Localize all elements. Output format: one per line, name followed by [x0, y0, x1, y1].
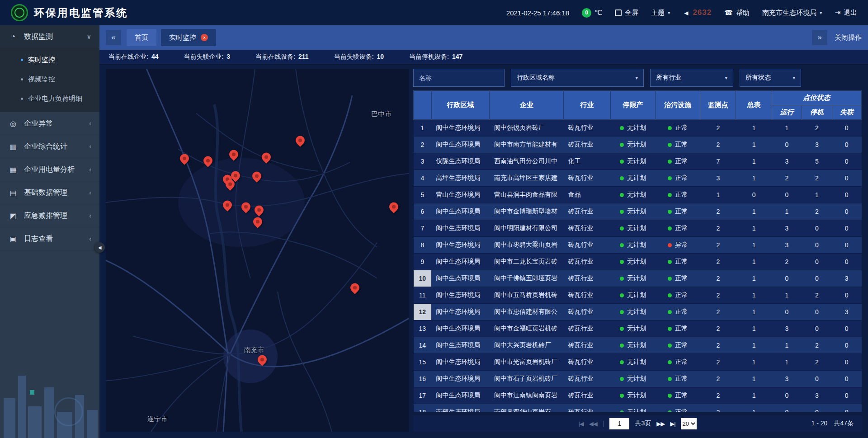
cell-lost: 0 [832, 371, 861, 387]
org-dropdown[interactable]: 南充市生态环境局 ▾ [762, 9, 822, 17]
bullet-icon [21, 98, 23, 100]
map-pin-icon[interactable] [295, 135, 305, 148]
cell-run: 2 [772, 254, 802, 270]
help-button[interactable]: ☎ 帮助 [724, 9, 750, 17]
cell-lost: 0 [832, 387, 861, 404]
region-select[interactable]: 行政区域名称 ▾ [511, 69, 644, 87]
sidebar-group-数据监测[interactable]: ◔数据监测∨ [0, 25, 99, 48]
sidebar-group-日志查看[interactable]: ▣日志查看‹ [0, 227, 99, 250]
map-pin-icon[interactable] [253, 217, 263, 230]
first-page-button[interactable]: |◀ [578, 420, 583, 427]
sidebar-group-应急减排管理[interactable]: ◩应急减排管理‹ [0, 204, 99, 227]
close-operations-button[interactable]: 关闭操作 [835, 33, 862, 42]
cell-industry: 砖瓦行业 [563, 270, 610, 287]
table-row[interactable]: 17阆中生态环境局阆中市江南镇阆南页岩砖瓦行业无计划正常21030 [414, 387, 862, 404]
map-pin-icon[interactable] [225, 179, 235, 192]
table-row[interactable]: 4高坪生态环境局南充市高坪区王家店建砖瓦行业无计划正常31220 [414, 170, 862, 187]
map-pin-icon[interactable] [241, 201, 251, 215]
map-pin-icon[interactable] [350, 283, 360, 296]
cell-company: 阆中千佛镇五郎垭页岩 [490, 270, 564, 287]
table-row[interactable]: 13阆中生态环境局阆中市金福旺页岩机砖砖瓦行业无计划正常21300 [414, 320, 862, 337]
table-row[interactable]: 9阆中生态环境局阆中市二龙长宝页岩砖砖瓦行业无计划正常21200 [414, 254, 862, 270]
cell-limit: 无计划 [611, 387, 656, 404]
col-company: 企业 [490, 91, 564, 120]
cell-no: 6 [414, 203, 432, 220]
sidebar-item-企业电力负荷明细[interactable]: 企业电力负荷明细 [0, 89, 99, 108]
cell-region: 阆中生态环境局 [431, 270, 490, 287]
status-dot-green [668, 210, 672, 214]
page-size-select[interactable]: 20 [681, 418, 697, 429]
chevron-left-icon: ‹ [89, 166, 91, 173]
status-select[interactable]: 所有状态 ▾ [740, 69, 801, 87]
map-pin-icon[interactable] [261, 152, 271, 165]
table-row[interactable]: 6阆中生态环境局阆中市金博瑞新型墙材砖瓦行业无计划正常21120 [414, 203, 862, 220]
alert-widget[interactable]: ◄ 2632 [683, 8, 712, 17]
table-row[interactable]: 8阆中生态环境局阆中市枣碧大梁山页岩砖瓦行业无计划异常21300 [414, 237, 862, 254]
name-search-input[interactable] [413, 69, 505, 87]
tabs-scroll-left-button[interactable]: « [106, 30, 121, 45]
map-pin-icon[interactable] [179, 153, 189, 166]
stat-label: 当前在线设备: [255, 53, 295, 61]
table-row[interactable]: 15阆中生态环境局阆中市光富页岩机砖厂砖瓦行业无计划正常21120 [414, 354, 862, 371]
sidebar-group-企业用电量分析[interactable]: ▦企业用电量分析‹ [0, 158, 99, 181]
page-number-input[interactable] [609, 418, 629, 429]
cell-facility: 正常 [656, 254, 700, 270]
sidebar-item-实时监控[interactable]: 实时监控 [0, 50, 99, 70]
cell-region: 阆中生态环境局 [431, 137, 490, 153]
cell-limit: 无计划 [611, 337, 656, 354]
table-row[interactable]: 5营山生态环境局营山县润丰肉食品有限食品无计划正常10010 [414, 187, 862, 203]
logout-button[interactable]: ⇥ 退出 [835, 9, 857, 17]
sidebar-group-基础数据管理[interactable]: ▤基础数据管理‹ [0, 181, 99, 204]
tab-首页[interactable]: 首页 [127, 29, 156, 46]
status-dot-green [620, 193, 624, 197]
map-pin-icon[interactable] [389, 201, 399, 215]
industry-select-value: 所有行业 [656, 74, 681, 82]
cell-facility: 正常 [656, 120, 700, 137]
table-row[interactable]: 10阆中生态环境局阆中千佛镇五郎垭页岩砖瓦行业无计划正常21003 [414, 270, 862, 287]
cell-stop: 2 [802, 203, 832, 220]
cell-run: 1 [772, 337, 802, 354]
map-pin-icon[interactable] [222, 199, 232, 213]
fullscreen-button[interactable]: 全屏 [615, 9, 638, 17]
table-row[interactable]: 18南部生态环境局南部县双华山页岩有限公砖瓦行业无计划正常21000 [414, 404, 862, 412]
table-row[interactable]: 3仪陇生态环境局西南油气田分公司川中化工无计划正常71350 [414, 153, 862, 170]
map-pin-icon[interactable] [254, 204, 264, 218]
sidebar-collapse-button[interactable]: ◀ [94, 242, 105, 253]
cell-no: 3 [414, 153, 432, 170]
cell-company: 营山县润丰肉食品有限 [490, 187, 564, 203]
last-page-button[interactable]: ▶| [670, 420, 675, 427]
stat-label: 当前失联企业: [184, 53, 223, 61]
map-pin-icon[interactable] [257, 354, 267, 368]
table-row[interactable]: 1阆中生态环境局阆中强锐页岩砖厂砖瓦行业无计划正常21120 [414, 120, 862, 137]
cell-stop: 5 [802, 153, 832, 170]
enterprise-table: 行政区域 企业 行业 停限产 治污设施 监测点 总表 点位状态 [413, 90, 862, 412]
table-row[interactable]: 12阆中生态环境局阆中市忠信建材有限公砖瓦行业无计划正常21003 [414, 304, 862, 320]
map-panel[interactable]: 巴中市南充市遂宁市 [106, 69, 409, 432]
sidebar-group-企业异常[interactable]: ◎企业异常‹ [0, 112, 99, 135]
tab-close-icon[interactable]: × [201, 34, 208, 41]
map-pin-icon[interactable] [229, 149, 239, 163]
sidebar-item-视频监控[interactable]: 视频监控 [0, 70, 99, 89]
table-row[interactable]: 14阆中生态环境局阆中大兴页岩机砖厂砖瓦行业无计划正常21120 [414, 337, 862, 354]
theme-dropdown[interactable]: 主题 ▾ [651, 9, 670, 17]
app-root: 环保用电监管系统 2021-02-25 17:46:18 0 ℃ 全屏 主题 ▾… [0, 0, 868, 438]
next-page-button[interactable]: ▶▶ [656, 420, 665, 427]
industry-select[interactable]: 所有行业 ▾ [650, 69, 733, 87]
sidebar-nav: ◔数据监测∨实时监控视频监控企业电力负荷明细◎企业异常‹▥企业综合统计‹▦企业用… [0, 25, 99, 250]
table-row[interactable]: 11阆中生态环境局阆中市五马桥页岩机砖砖瓦行业无计划正常21120 [414, 287, 862, 304]
cell-lost: 0 [832, 187, 861, 203]
table-row[interactable]: 2阆中生态环境局阆中市南方节能建材有砖瓦行业无计划正常21030 [414, 137, 862, 153]
chevron-left-icon: ‹ [89, 143, 91, 150]
sidebar-group-企业综合统计[interactable]: ▥企业综合统计‹ [0, 135, 99, 158]
cell-company: 阆中强锐页岩砖厂 [490, 120, 564, 137]
table-row[interactable]: 7阆中生态环境局阆中明阳建材有限公司砖瓦行业无计划正常21300 [414, 220, 862, 237]
map-pin-icon[interactable] [252, 171, 262, 184]
tabs-scroll-right-button[interactable]: » [812, 30, 827, 45]
map-pin-icon[interactable] [203, 155, 213, 169]
bullet-icon [21, 59, 23, 61]
cell-limit: 无计划 [611, 170, 656, 187]
tab-实时监控[interactable]: 实时监控× [161, 29, 216, 46]
prev-page-button[interactable]: ◀◀ [589, 420, 597, 427]
col-run: 运行 [772, 105, 802, 120]
table-row[interactable]: 16阆中生态环境局阆中市石子页岩机砖厂砖瓦行业无计划正常21300 [414, 371, 862, 387]
